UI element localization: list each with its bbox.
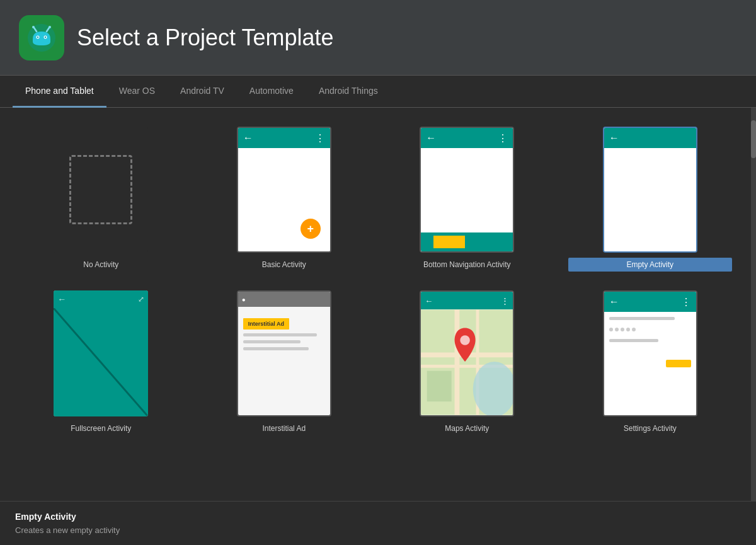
map-svg <box>421 309 513 415</box>
svg-point-8 <box>45 36 46 37</box>
template-label-no-activity: No Activity <box>19 258 183 272</box>
dot-1 <box>609 328 613 331</box>
header: Select a Project Template <box>0 0 756 76</box>
maps-container: ← ⋮ <box>421 292 513 415</box>
svg-point-2 <box>32 26 35 28</box>
template-no-activity[interactable]: No Activity <box>13 120 190 278</box>
page-title: Select a Project Template <box>77 25 334 51</box>
settings-content <box>604 312 696 372</box>
interstitial-toolbar: ● <box>238 292 330 307</box>
dot-2 <box>615 328 619 331</box>
dot-5 <box>632 328 636 331</box>
template-basic-activity[interactable]: ← ⋮ + Basic Activity <box>196 120 373 278</box>
empty-toolbar: ← <box>604 128 696 148</box>
ad-line-1 <box>243 333 317 336</box>
tab-android-things[interactable]: Android Things <box>306 76 391 108</box>
bottom-nav-bar <box>421 232 513 251</box>
dot-3 <box>621 328 624 331</box>
app-icon <box>19 15 64 60</box>
settings-line-1 <box>609 317 675 320</box>
overflow-menu-icon: ⋮ <box>681 296 691 308</box>
bottom-nav-toolbar: ← ⋮ <box>421 128 513 148</box>
overflow-menu-icon: ⋮ <box>501 296 509 306</box>
tab-android-tv[interactable]: Android TV <box>168 76 237 108</box>
template-preview-settings: ← ⋮ <box>603 290 697 416</box>
overflow-menu-icon: ⋮ <box>315 132 325 144</box>
svg-point-4 <box>49 26 51 28</box>
fullscreen-toolbar: ← ⤢ <box>54 290 148 308</box>
expand-icon: ⤢ <box>138 295 144 304</box>
scrollbar-thumb[interactable] <box>751 120 756 158</box>
svg-point-18 <box>461 335 471 345</box>
settings-dots-row <box>609 328 691 331</box>
settings-body <box>604 312 696 415</box>
template-label-basic-activity: Basic Activity <box>202 258 367 272</box>
tabs-bar: Phone and Tablet Wear OS Android TV Auto… <box>0 76 756 108</box>
svg-point-7 <box>37 36 38 37</box>
tab-phone-tablet[interactable]: Phone and Tablet <box>13 76 106 108</box>
template-label-settings-activity: Settings Activity <box>568 422 733 435</box>
template-empty-activity[interactable]: ← Empty Activity <box>562 120 739 278</box>
description-text: Creates a new empty activity <box>15 525 741 535</box>
phone-mock-empty: ← <box>604 128 696 251</box>
phone-mock-interstitial: ● Interstitial Ad <box>238 292 330 415</box>
settings-toolbar: ← ⋮ <box>604 292 696 312</box>
fullscreen-mock: ← ⤢ <box>54 290 148 416</box>
settings-line-2 <box>609 339 658 342</box>
tab-wear-os[interactable]: Wear OS <box>106 76 168 108</box>
ad-line-2 <box>243 340 301 343</box>
diagonal-line-svg <box>54 308 148 416</box>
basic-toolbar: ← ⋮ <box>238 128 330 148</box>
template-label-interstitial-ad: Interstitial Ad <box>202 422 367 435</box>
overflow-menu-icon: ⋮ <box>498 132 508 144</box>
template-label-maps-activity: Maps Activity <box>385 422 549 435</box>
main-area: No Activity ← ⋮ + Basic Activity <box>0 108 756 501</box>
scrollbar[interactable] <box>751 108 756 501</box>
description-title: Empty Activity <box>15 512 741 522</box>
template-bottom-nav[interactable]: ← ⋮ Bottom Navigation Activity <box>379 120 556 278</box>
template-settings-activity[interactable]: ← ⋮ <box>562 284 739 442</box>
template-fullscreen-activity[interactable]: ← ⤢ Fullscreen Activity <box>13 284 190 442</box>
template-preview-interstitial-ad: ● Interstitial Ad <box>237 290 331 416</box>
dot-4 <box>626 328 630 331</box>
phone-mock-basic: ← ⋮ + <box>238 128 330 251</box>
bottom-nav-selected-item <box>433 236 465 248</box>
back-arrow-icon: ← <box>609 132 619 144</box>
maps-toolbar: ← ⋮ <box>421 292 513 309</box>
back-arrow-icon: ← <box>609 296 619 307</box>
back-arrow-icon: ← <box>425 296 433 306</box>
interstitial-ad-badge: Interstitial Ad <box>243 318 289 330</box>
template-preview-bottom-nav: ← ⋮ <box>420 127 514 253</box>
bottom-nav-body <box>421 148 513 251</box>
template-label-fullscreen: Fullscreen Activity <box>19 422 183 435</box>
template-label-empty-activity: Empty Activity <box>568 258 733 272</box>
svg-rect-13 <box>455 309 460 415</box>
description-area: Empty Activity Creates a new empty activ… <box>0 501 756 545</box>
interstitial-dot: ● <box>242 296 246 303</box>
android-studio-logo <box>26 23 57 53</box>
back-arrow-icon: ← <box>426 132 436 144</box>
template-preview-maps: ← ⋮ <box>420 290 514 416</box>
template-interstitial-ad[interactable]: ● Interstitial Ad Interstitial Ad <box>196 284 373 442</box>
phone-mock-settings: ← ⋮ <box>604 292 696 415</box>
template-label-bottom-nav: Bottom Navigation Activity <box>385 258 549 272</box>
svg-rect-16 <box>427 371 452 402</box>
fullscreen-body <box>54 308 148 416</box>
template-preview-no-activity <box>54 127 148 253</box>
template-preview-basic-activity: ← ⋮ + <box>237 127 331 253</box>
empty-body <box>604 148 696 251</box>
map-area <box>421 309 513 415</box>
content-area: Phone and Tablet Wear OS Android TV Auto… <box>0 76 756 545</box>
back-arrow-icon: ← <box>243 132 253 144</box>
ad-line-3 <box>243 347 309 350</box>
phone-mock-bottom-nav: ← ⋮ <box>421 128 513 251</box>
template-maps-activity[interactable]: ← ⋮ <box>379 284 556 442</box>
basic-body: + <box>238 148 330 251</box>
svg-line-9 <box>54 308 148 416</box>
template-preview-fullscreen: ← ⤢ <box>54 290 148 416</box>
interstitial-body: Interstitial Ad <box>238 307 330 415</box>
dashed-placeholder <box>69 155 132 224</box>
tab-automotive[interactable]: Automotive <box>237 76 306 108</box>
back-arrow-icon: ← <box>57 294 66 304</box>
template-grid: No Activity ← ⋮ + Basic Activity <box>0 108 751 501</box>
